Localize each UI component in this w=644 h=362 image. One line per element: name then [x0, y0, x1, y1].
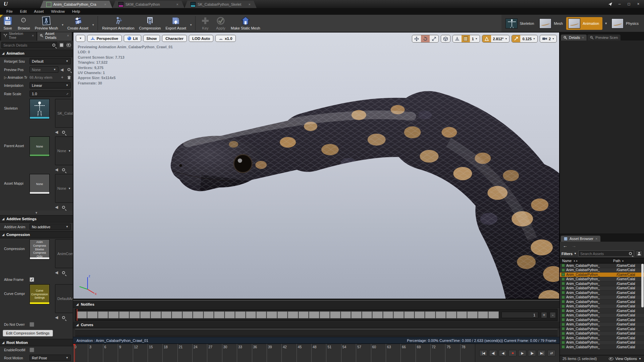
notify-segment[interactable]	[436, 311, 446, 318]
additive-anim-dropdown[interactable]: No additive▼	[30, 224, 71, 230]
skeleton-thumbnail[interactable]	[30, 99, 50, 119]
playhead-line[interactable]	[77, 309, 77, 321]
loop-button[interactable]: ⇄	[547, 350, 555, 356]
lod-auto-button[interactable]: LOD Auto	[189, 35, 213, 42]
asset-row[interactable]: Anim_CalabarPython_/Game/Calal	[560, 327, 644, 331]
step-forward-button[interactable]: |▶	[528, 350, 536, 356]
curve-compression-dropdown[interactable]: DefaultAn▼	[55, 284, 73, 313]
notify-track-value[interactable]: 1	[501, 312, 538, 318]
menu-edit[interactable]: Edit	[16, 9, 31, 14]
notify-segment[interactable]	[182, 311, 193, 318]
asset-row[interactable]: Anim_CalabarPython_/Game/Calal	[560, 273, 644, 277]
column-name[interactable]: Name▲▲	[560, 259, 613, 263]
notify-segment[interactable]	[87, 311, 97, 318]
preview-mesh-dropdown[interactable]: ▼	[60, 18, 65, 32]
menu-asset[interactable]: Asset	[30, 9, 47, 14]
asset-row[interactable]: Anim_CalabarPython_/Game/Calal	[560, 295, 644, 300]
parent-asset-thumbnail[interactable]: None	[30, 136, 50, 157]
notify-segment[interactable]	[383, 311, 393, 318]
notify-segment[interactable]	[351, 311, 361, 318]
view-settings-button[interactable]	[66, 42, 71, 48]
search-assets-box[interactable]	[578, 250, 634, 257]
add-element-icon[interactable]: +	[61, 75, 63, 80]
notify-segment[interactable]	[246, 311, 256, 318]
retarget-source-dropdown[interactable]: Default▼	[30, 58, 71, 64]
notify-segment[interactable]	[457, 311, 467, 318]
compression-thumbnail[interactable]: Anim Compress Bitwise Compress Only	[30, 239, 50, 259]
rotate-tool-button[interactable]	[421, 35, 430, 42]
browse-to-asset-icon[interactable]	[62, 168, 65, 171]
asset-list[interactable]: Anim_CalabarPython_/Game/CalalAnim_Calab…	[560, 263, 644, 355]
grid-snap-value[interactable]: 1▼	[470, 35, 480, 42]
tab-details[interactable]: Details ×	[561, 35, 587, 41]
make-static-mesh-button[interactable]: Make Static Mesh	[228, 15, 262, 32]
notify-segment[interactable]	[404, 311, 414, 318]
rotation-snap-value[interactable]: 2.812°▼	[491, 35, 509, 42]
notify-segment[interactable]	[288, 311, 298, 318]
perspective-button[interactable]: Perspective	[87, 35, 122, 42]
view-options-button[interactable]: View Options ▼	[609, 357, 641, 361]
asset-row[interactable]: Anim_CalabarPython_/Game/Calal	[560, 322, 644, 327]
notify-segment[interactable]	[299, 311, 309, 318]
feedback-icon[interactable]	[606, 1, 614, 7]
maximize-button[interactable]: □	[625, 1, 633, 7]
tab-skeletal-mesh[interactable]: SKM_CalabarPython ×	[112, 1, 184, 8]
notify-segment[interactable]	[372, 311, 382, 318]
notify-segment[interactable]	[140, 311, 150, 318]
asset-row[interactable]: Anim_CalabarPython_/Game/Calal	[560, 318, 644, 322]
asset-mapping-dropdown[interactable]: None▼	[55, 174, 73, 203]
scale-snap-value[interactable]: 0.125▼	[520, 35, 537, 42]
export-asset-dropdown[interactable]: ▼	[189, 18, 193, 32]
notify-segment[interactable]	[98, 311, 108, 318]
notify-segment[interactable]	[235, 311, 245, 318]
notify-segment[interactable]	[330, 311, 340, 318]
notify-segment[interactable]	[467, 311, 477, 318]
column-path[interactable]: Path▲	[613, 259, 644, 263]
section-root-motion[interactable]: ◢Root Motion	[0, 339, 73, 346]
reimport-animation-button[interactable]: Reimport Animation	[100, 15, 137, 32]
asset-row[interactable]: Anim_CalabarPython_/Game/Calal	[560, 286, 644, 291]
add-track-button[interactable]: +	[541, 312, 547, 318]
trash-icon[interactable]	[67, 76, 71, 79]
notify-segment[interactable]	[193, 311, 203, 318]
asset-row[interactable]: Anim_CalabarPython_/Game/Calal	[560, 309, 644, 313]
close-icon[interactable]: ×	[595, 237, 597, 241]
browse-button[interactable]: Browse	[15, 15, 33, 32]
key-button[interactable]: Key	[198, 15, 213, 32]
mode-animation[interactable]: Animation	[566, 17, 602, 30]
mode-mesh[interactable]: Mesh	[537, 17, 566, 30]
mode-physics[interactable]: Physics	[609, 17, 642, 30]
interpolation-dropdown[interactable]: Linear▼	[30, 82, 71, 88]
world-coordinate-button[interactable]	[441, 35, 450, 42]
minimize-button[interactable]: –	[615, 1, 624, 7]
allow-frame-checkbox[interactable]: ✓	[30, 277, 34, 282]
filters-button[interactable]: Filters▼	[561, 252, 577, 256]
do-not-override-checkbox[interactable]	[30, 322, 34, 327]
use-selected-icon[interactable]: ◀	[60, 67, 63, 72]
translate-tool-button[interactable]	[412, 35, 421, 42]
create-asset-button[interactable]: Create Asset	[65, 15, 91, 32]
asset-row[interactable]: Anim_CalabarPython_/Game/Calal	[560, 345, 644, 350]
asset-mapping-thumbnail[interactable]: None	[30, 174, 50, 194]
history-forward-button[interactable]: →	[572, 243, 576, 248]
close-icon[interactable]: ×	[67, 34, 69, 38]
asset-row[interactable]: Anim_CalabarPython_/Game/Calal	[560, 263, 644, 268]
tab-asset-browser[interactable]: Asset Browser ×	[561, 236, 600, 242]
curves-header[interactable]: ◢ Curves	[73, 322, 559, 328]
notify-segment[interactable]	[393, 311, 404, 318]
scale-tool-button[interactable]	[430, 35, 438, 42]
notify-segment[interactable]	[204, 311, 214, 318]
preview-viewport[interactable]: ▼ Perspective Lit Show Character LOD Aut…	[73, 32, 559, 299]
skeleton-dropdown[interactable]: SK_Calabr▼	[55, 99, 73, 128]
asset-row[interactable]: Anim_CalabarPython_/Game/Calal	[560, 313, 644, 318]
asset-row[interactable]: Anim_CalabarPython_/Game/Calal	[560, 291, 644, 295]
to-front-button[interactable]: |◀	[479, 350, 487, 356]
notify-segment[interactable]	[161, 311, 171, 318]
notify-segment[interactable]	[415, 311, 425, 318]
rate-scale-input[interactable]: 1.0↕	[30, 90, 71, 97]
asset-picker-user-button[interactable]	[636, 250, 642, 257]
notifies-header[interactable]: ◢ Notifies	[73, 301, 559, 308]
notify-segment[interactable]	[277, 311, 287, 318]
notify-segment[interactable]	[478, 311, 488, 318]
notify-segment[interactable]	[309, 311, 319, 318]
